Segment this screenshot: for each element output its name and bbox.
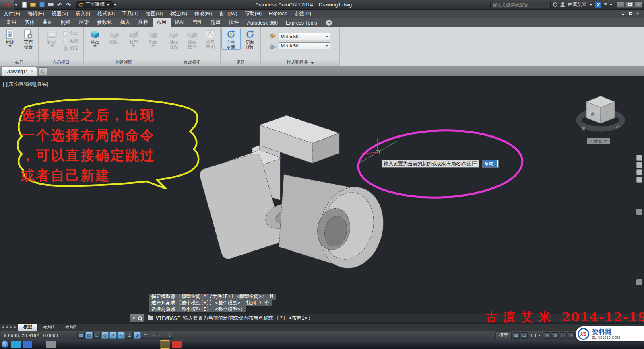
- menu-item[interactable]: 修改(M): [191, 10, 216, 18]
- menu-item[interactable]: 窗口(W): [216, 10, 241, 18]
- save-icon[interactable]: [38, 1, 46, 9]
- doc-restore-button[interactable]: [627, 11, 634, 16]
- new-file-icon[interactable]: [20, 1, 28, 9]
- full-navigation-wheel-icon[interactable]: [636, 155, 642, 161]
- annotation-visibility-icon[interactable]: ◎: [544, 332, 551, 339]
- viewcube-right-face[interactable]: 右: [605, 111, 610, 115]
- status-toggle-button[interactable]: ▭: [158, 332, 165, 339]
- last-tab-icon[interactable]: ▶: [14, 325, 16, 329]
- menu-item[interactable]: 插入(I): [72, 10, 94, 18]
- status-toggle-button[interactable]: ∟: [93, 332, 101, 339]
- clip-viewport-button[interactable]: 剪裁: [62, 38, 80, 44]
- infocenter-search-input[interactable]: [490, 2, 551, 8]
- ribbon-tab[interactable]: 插件: [225, 18, 243, 27]
- ribbon-tab[interactable]: 布局: [153, 18, 171, 27]
- menu-item[interactable]: Express: [265, 10, 291, 18]
- ribbon-minimize-button[interactable]: [326, 20, 332, 26]
- menu-item[interactable]: 文件(F): [0, 10, 24, 18]
- detail-view-button[interactable]: 局部: [144, 28, 162, 47]
- menu-item[interactable]: 帮助(H): [241, 10, 265, 18]
- workspace-switching-icon[interactable]: ⊕: [552, 332, 559, 339]
- new-layout-button[interactable]: 新建: [1, 28, 19, 47]
- ribbon-tab[interactable]: 管理: [189, 18, 207, 27]
- projected-view-button[interactable]: 投影: [105, 28, 124, 45]
- command-close-icon[interactable]: ×: [132, 315, 135, 321]
- command-bar-grip[interactable]: ×: [130, 314, 144, 322]
- layout-tab[interactable]: 模型: [18, 324, 38, 331]
- layout-tab[interactable]: 布局1: [38, 324, 60, 331]
- status-toggle-button[interactable]: ▦: [77, 332, 85, 339]
- style-select-1[interactable]: Metric50: [279, 33, 330, 40]
- viewcube-east-label[interactable]: 东: [616, 124, 620, 129]
- status-toggle-button[interactable]: ≡: [142, 332, 149, 339]
- menu-item[interactable]: 编辑(E): [24, 10, 48, 18]
- symbol-sketch-button[interactable]: 符号草图: [202, 28, 219, 49]
- minimize-button[interactable]: [617, 2, 625, 8]
- ribbon-tab[interactable]: 常用: [2, 18, 21, 27]
- viewport-controls[interactable]: [-][东南等轴测][真实]: [3, 81, 48, 88]
- ribbon-tab[interactable]: 输出: [207, 18, 225, 27]
- drawing-canvas[interactable]: [-][东南等轴测][真实] 选择模型之后，出现一个选择布局的命令，可以直接确定…: [0, 76, 644, 323]
- prev-tab-icon[interactable]: ◀: [6, 325, 8, 329]
- redo-icon[interactable]: ↷: [64, 1, 72, 9]
- doc-minimize-button[interactable]: [620, 11, 626, 16]
- clean-screen-icon[interactable]: ⌖: [568, 332, 575, 339]
- combo-caret-icon[interactable]: [324, 43, 330, 49]
- qat-customize-caret-icon[interactable]: [114, 4, 117, 6]
- ribbon-tab[interactable]: 实体: [21, 18, 39, 27]
- status-toggle-button[interactable]: ◇: [101, 332, 109, 339]
- viewcube-wcs-menu[interactable]: 未命名: [587, 138, 610, 144]
- ribbon-tab[interactable]: 参数化: [93, 18, 116, 27]
- update-view-button[interactable]: 更新视图: [241, 28, 260, 49]
- navbar-toggle-icon[interactable]: [636, 209, 642, 215]
- status-toggle-button[interactable]: ▤: [85, 332, 93, 339]
- signin-user[interactable]: 古滇艾米: [568, 1, 587, 8]
- dynamic-input-options-icon[interactable]: [472, 161, 477, 166]
- taskbar-app-active[interactable]: [160, 341, 170, 348]
- status-toggle-button[interactable]: ↕: [166, 332, 173, 339]
- rect-viewport-button[interactable]: 矩形: [43, 28, 61, 47]
- ribbon-tab[interactable]: 网格: [57, 18, 75, 27]
- taskbar-app[interactable]: [23, 341, 32, 348]
- status-toggle-button[interactable]: ▱: [150, 332, 157, 339]
- maximize-button[interactable]: [625, 2, 634, 8]
- status-toggle-button[interactable]: ◎: [118, 332, 125, 339]
- help-caret-icon[interactable]: [609, 4, 613, 6]
- zoom-icon[interactable]: [636, 169, 642, 175]
- annotation-scale-control[interactable]: 1:1: [529, 333, 543, 338]
- menu-item[interactable]: 格式(O): [94, 10, 118, 18]
- exchange-apps-icon[interactable]: X: [595, 2, 601, 8]
- viewcube[interactable]: 上 前 右 南 东: [576, 90, 625, 138]
- orbit-icon[interactable]: [636, 177, 642, 183]
- start-button[interactable]: [1, 341, 9, 348]
- status-toggle-button[interactable]: ⌖: [109, 332, 117, 339]
- status-toggle-button[interactable]: ⊥: [126, 332, 133, 339]
- user-menu-caret-icon[interactable]: [589, 4, 592, 6]
- taskbar-app[interactable]: [172, 341, 182, 348]
- file-tab-drawing1[interactable]: Drawing1* ×: [2, 67, 37, 76]
- viewcube-top-face[interactable]: 上: [599, 100, 603, 105]
- page-setup-button[interactable]: 页面设置: [20, 28, 37, 49]
- lock-ui-icon[interactable]: ▭: [560, 332, 567, 339]
- section-view-button[interactable]: 截面: [124, 28, 143, 47]
- app-menu-button[interactable]: A: [0, 0, 14, 10]
- ribbon-tab[interactable]: 曲面: [39, 18, 57, 27]
- model-space-button[interactable]: 模型: [495, 331, 512, 339]
- base-view-button[interactable]: 基点: [86, 28, 104, 47]
- menu-item[interactable]: 绘图(D): [142, 10, 166, 18]
- combo-caret-icon[interactable]: [324, 33, 330, 40]
- customize-wrench-icon[interactable]: [138, 316, 142, 320]
- named-viewport-button[interactable]: 命名: [62, 31, 80, 37]
- next-tab-icon[interactable]: ▶: [10, 325, 12, 329]
- doc-close-button[interactable]: ×: [634, 11, 641, 16]
- menu-item[interactable]: 视图(V): [48, 10, 72, 18]
- menu-item[interactable]: 参数(P): [291, 10, 315, 18]
- plot-icon[interactable]: [47, 1, 55, 9]
- recent-commands-icon[interactable]: [148, 316, 153, 320]
- help-icon[interactable]: ?: [604, 2, 607, 8]
- menu-item[interactable]: 标注(N): [167, 10, 191, 18]
- ribbon-tab[interactable]: 渲染: [75, 18, 93, 27]
- dialog-launcher-icon[interactable]: [311, 60, 314, 64]
- quick-view-drawings-icon[interactable]: ▤: [521, 332, 528, 339]
- menu-item[interactable]: 工具(T): [118, 10, 142, 18]
